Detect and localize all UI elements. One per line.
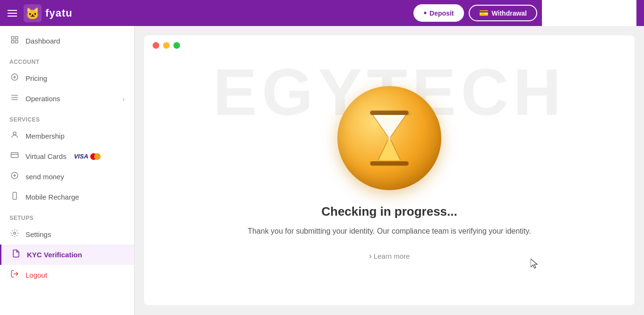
pricing-label: Pricing bbox=[26, 74, 47, 82]
membership-icon bbox=[9, 131, 20, 141]
header-left: 🐱 fyatu bbox=[8, 4, 73, 22]
send-money-icon bbox=[9, 171, 20, 182]
svg-point-12 bbox=[13, 132, 16, 135]
logo-text: fyatu bbox=[45, 7, 73, 19]
sidebar-item-logout[interactable]: Logout bbox=[0, 265, 134, 285]
sidebar-item-send-money[interactable]: send money bbox=[0, 166, 134, 187]
learn-more-link[interactable]: Learn more bbox=[369, 251, 410, 261]
visa-badge: VISA bbox=[74, 153, 88, 160]
main-layout: Dashboard ACCOUNT Pricing Operations › S… bbox=[0, 26, 644, 315]
app-header: 🐱 fyatu Deposit 💳 Withdrawal bbox=[0, 0, 644, 26]
svg-rect-5 bbox=[16, 41, 18, 43]
dashboard-icon bbox=[9, 35, 20, 46]
pricing-icon bbox=[9, 73, 20, 84]
hourglass-svg bbox=[361, 105, 418, 171]
svg-rect-22 bbox=[370, 111, 409, 115]
operations-chevron: › bbox=[122, 95, 125, 103]
traffic-light-yellow bbox=[163, 42, 170, 49]
kyc-icon bbox=[11, 249, 21, 260]
logo-icon: 🐱 bbox=[24, 4, 42, 22]
mc-orange-circle bbox=[94, 153, 101, 160]
send-money-label: send money bbox=[26, 173, 64, 181]
checking-title: Checking in progress... bbox=[321, 204, 457, 219]
checking-subtitle: Thank you for submitting your identity. … bbox=[248, 226, 531, 237]
deposit-button[interactable]: Deposit bbox=[413, 4, 464, 22]
withdrawal-label: Withdrawal bbox=[491, 9, 527, 17]
mobile-recharge-label: Mobile Recharge bbox=[26, 193, 79, 201]
virtual-cards-label: Virtual Cards bbox=[26, 152, 66, 160]
svg-rect-3 bbox=[16, 36, 18, 39]
mastercard-badge bbox=[90, 153, 101, 160]
logo: 🐱 fyatu bbox=[24, 4, 73, 22]
operations-icon bbox=[9, 93, 20, 104]
account-section-label: ACCOUNT bbox=[0, 51, 134, 68]
sidebar-item-mobile-recharge[interactable]: Mobile Recharge bbox=[0, 187, 134, 207]
sidebar: Dashboard ACCOUNT Pricing Operations › S… bbox=[0, 26, 135, 315]
svg-point-20 bbox=[14, 232, 16, 235]
services-section-label: SERVICES bbox=[0, 109, 134, 126]
withdrawal-icon: 💳 bbox=[479, 9, 489, 18]
logout-icon bbox=[9, 270, 20, 280]
setups-section-label: SETUPS bbox=[0, 207, 134, 224]
sidebar-item-kyc[interactable]: KYC Verification bbox=[0, 245, 134, 265]
profile-area bbox=[542, 0, 636, 26]
sidebar-item-settings[interactable]: Settings bbox=[0, 224, 134, 245]
sidebar-item-virtual-cards[interactable]: Virtual Cards VISA bbox=[0, 146, 134, 166]
logout-label: Logout bbox=[26, 271, 47, 279]
dashboard-label: Dashboard bbox=[26, 37, 60, 45]
operations-label: Operations bbox=[26, 95, 60, 103]
hamburger-menu[interactable] bbox=[8, 10, 17, 17]
settings-label: Settings bbox=[26, 230, 51, 238]
svg-rect-23 bbox=[370, 161, 409, 166]
hourglass-sphere bbox=[337, 86, 441, 190]
svg-rect-13 bbox=[11, 153, 18, 158]
sidebar-item-pricing[interactable]: Pricing bbox=[0, 68, 134, 88]
svg-rect-4 bbox=[11, 41, 14, 43]
virtual-cards-icon bbox=[9, 151, 20, 162]
payment-badges: VISA bbox=[74, 153, 100, 160]
header-right: Deposit 💳 Withdrawal bbox=[413, 0, 636, 26]
withdrawal-button[interactable]: 💳 Withdrawal bbox=[469, 5, 537, 21]
membership-label: Membership bbox=[26, 132, 65, 140]
mobile-recharge-icon bbox=[9, 192, 20, 202]
kyc-label: KYC Verification bbox=[27, 251, 82, 259]
sidebar-item-operations[interactable]: Operations › bbox=[0, 88, 134, 109]
svg-text:🐱: 🐱 bbox=[26, 7, 40, 20]
svg-rect-18 bbox=[13, 192, 17, 200]
hourglass-container bbox=[337, 86, 441, 190]
traffic-light-green bbox=[173, 42, 180, 49]
svg-rect-2 bbox=[11, 36, 14, 39]
traffic-light-red bbox=[153, 42, 159, 49]
sidebar-item-dashboard[interactable]: Dashboard bbox=[0, 31, 134, 51]
settings-icon bbox=[9, 229, 20, 240]
sidebar-item-membership[interactable]: Membership bbox=[0, 126, 134, 146]
main-content: EGYTECH bbox=[135, 26, 644, 315]
content-card: EGYTECH bbox=[144, 35, 635, 305]
verification-content: Checking in progress... Thank you for su… bbox=[144, 55, 635, 292]
traffic-lights bbox=[144, 35, 635, 55]
